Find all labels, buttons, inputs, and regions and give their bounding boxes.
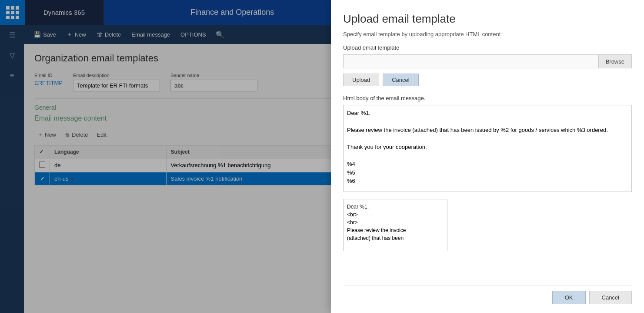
- modal-overlay: Upload email template Specify email temp…: [0, 0, 644, 313]
- cancel-footer-button[interactable]: Cancel: [589, 291, 632, 304]
- file-path-input[interactable]: [343, 54, 599, 68]
- ok-button[interactable]: OK: [552, 291, 586, 304]
- upload-label: Upload email template: [343, 44, 632, 51]
- browse-button[interactable]: Browse: [599, 54, 632, 68]
- html-body-editor[interactable]: Dear %1, Please review the invoice (atta…: [343, 105, 632, 192]
- html-body-label: Html body of the email message.: [343, 95, 632, 101]
- upload-action-row: Upload Cancel: [343, 74, 632, 86]
- upload-button[interactable]: Upload: [343, 74, 379, 86]
- cancel-upload-button[interactable]: Cancel: [383, 74, 418, 86]
- upload-row: Browse: [343, 54, 632, 68]
- upload-email-template-modal: Upload email template Specify email temp…: [331, 0, 644, 313]
- modal-subtitle: Specify email template by uploading appr…: [343, 31, 632, 37]
- html-raw-editor[interactable]: Dear %1, <br> <br> Please review the inv…: [343, 199, 447, 251]
- modal-footer: OK Cancel: [343, 285, 632, 304]
- modal-title: Upload email template: [343, 12, 632, 26]
